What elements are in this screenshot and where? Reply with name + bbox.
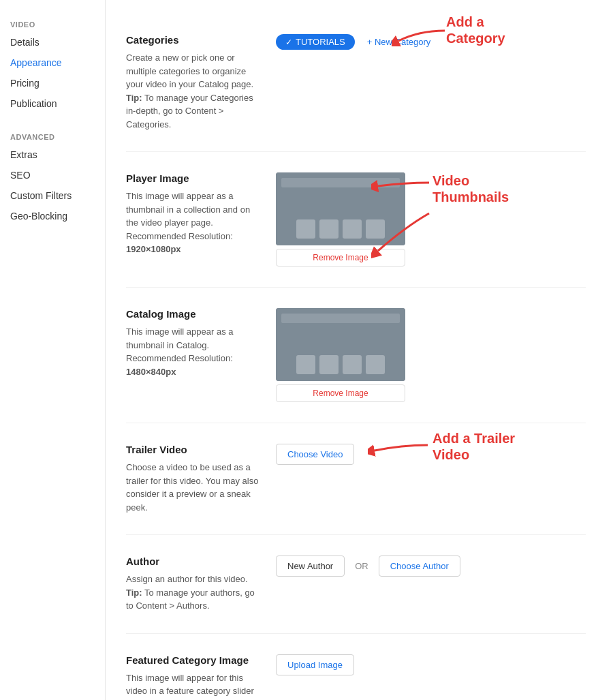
categories-info: Categories Create a new or pick one or m… [126,34,276,131]
author-desc: Assign an author for this video. Tip: To… [126,573,262,613]
trailer-video-desc: Choose a video to be used as a trailer f… [126,461,262,514]
trailer-choose-video-button[interactable]: Choose Video [276,444,354,465]
choose-author-button[interactable]: Choose Author [379,556,460,577]
sidebar-item-seo[interactable]: SEO [0,165,105,185]
featured-category-image-desc: This image will appear for this video in… [126,671,262,701]
sidebar-item-publication[interactable]: Publication [0,93,105,114]
player-image-section: Player Image This image will appear as a… [126,152,586,288]
sidebar-item-custom-filters[interactable]: Custom Filters [0,185,105,206]
catalog-image-desc: This image will appear as a thumbnail in… [126,325,262,378]
player-image-title: Player Image [126,172,262,184]
categories-desc: Create a new or pick one or multiple cat… [126,51,262,131]
player-image-remove-button[interactable]: Remove Image [276,249,405,267]
check-icon: ✓ [285,37,292,47]
categories-content: ✓ TUTORIALS + New Category Add aCategory [276,34,586,50]
sidebar-section-advanced: ADVANCED [0,126,105,144]
featured-category-image-info: Featured Category Image This image will … [126,654,276,701]
catalog-image-content: Remove Image [276,308,586,402]
catalog-image-remove-button[interactable]: Remove Image [276,384,405,402]
sidebar-item-appearance[interactable]: Appearance [0,52,105,73]
catalog-image-title: Catalog Image [126,308,262,320]
upload-image-button[interactable]: Upload Image [276,654,354,675]
trailer-video-title: Trailer Video [126,444,262,455]
add-category-annotation: Add aCategory [446,14,505,46]
new-category-button[interactable]: + New Category [362,34,437,50]
player-image-content: Remove Image VideoThumbnails [276,172,586,267]
author-section: Author Assign an author for this video. … [126,535,586,634]
add-trailer-arrow [368,437,429,471]
featured-category-image-title: Featured Category Image [126,654,262,666]
player-image-desc: This image will appear as a thumbnail in… [126,189,262,256]
sidebar-item-extras[interactable]: Extras [0,144,105,165]
categories-title: Categories [126,34,262,46]
author-content: New Author OR Choose Author [276,556,586,577]
add-trailer-annotation: Add a TrailerVideo [433,430,515,463]
author-info: Author Assign an author for this video. … [126,556,276,613]
trailer-video-section: Trailer Video Choose a video to be used … [126,423,586,535]
player-image-wrapper: Remove Image [276,172,405,267]
player-image-thumbnail [276,172,405,245]
catalog-image-section: Catalog Image This image will appear as … [126,288,586,423]
or-label: OR [351,561,372,571]
categories-section: Categories Create a new or pick one or m… [126,14,586,152]
catalog-image-thumbnail [276,308,405,381]
sidebar-item-details[interactable]: Details [0,32,105,52]
trailer-video-info: Trailer Video Choose a video to be used … [126,444,276,514]
player-image-info: Player Image This image will appear as a… [126,172,276,256]
video-thumbnails-annotation: VideoThumbnails [433,172,509,205]
catalog-image-info: Catalog Image This image will appear as … [126,308,276,378]
author-title: Author [126,556,262,567]
sidebar: VIDEO Details Appearance Pricing Publica… [0,0,106,700]
catalog-image-wrapper: Remove Image [276,308,405,402]
sidebar-section-video: VIDEO [0,14,105,32]
featured-category-image-content: Upload Image [276,654,586,675]
trailer-video-content: Choose Video Add a TrailerVideo [276,444,586,465]
new-author-button[interactable]: New Author [276,556,345,577]
tutorials-tag[interactable]: ✓ TUTORIALS [276,34,355,50]
main-content: Categories Create a new or pick one or m… [106,0,613,700]
featured-category-image-section: Featured Category Image This image will … [126,634,586,701]
sidebar-item-pricing[interactable]: Pricing [0,73,105,93]
sidebar-item-geo-blocking[interactable]: Geo-Blocking [0,206,105,226]
